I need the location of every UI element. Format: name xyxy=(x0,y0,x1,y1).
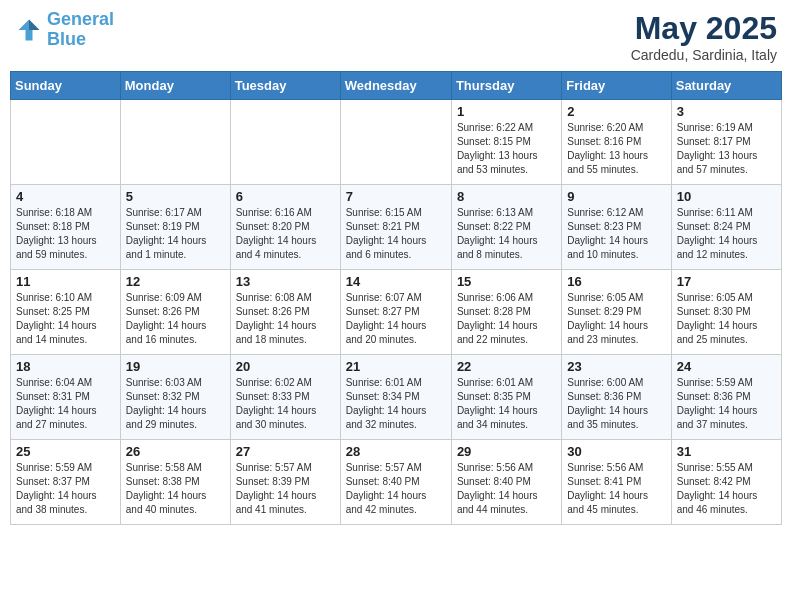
day-number: 26 xyxy=(126,444,225,459)
calendar-cell: 24Sunrise: 5:59 AM Sunset: 8:36 PM Dayli… xyxy=(671,355,781,440)
calendar: SundayMondayTuesdayWednesdayThursdayFrid… xyxy=(10,71,782,525)
day-info: Sunrise: 6:10 AM Sunset: 8:25 PM Dayligh… xyxy=(16,291,115,347)
day-number: 30 xyxy=(567,444,665,459)
day-info: Sunrise: 6:22 AM Sunset: 8:15 PM Dayligh… xyxy=(457,121,556,177)
calendar-cell xyxy=(340,100,451,185)
day-header-thursday: Thursday xyxy=(451,72,561,100)
day-number: 27 xyxy=(236,444,335,459)
day-number: 20 xyxy=(236,359,335,374)
day-info: Sunrise: 6:13 AM Sunset: 8:22 PM Dayligh… xyxy=(457,206,556,262)
day-number: 23 xyxy=(567,359,665,374)
logo: General Blue xyxy=(15,10,114,50)
day-header-friday: Friday xyxy=(562,72,671,100)
day-number: 18 xyxy=(16,359,115,374)
day-info: Sunrise: 5:56 AM Sunset: 8:41 PM Dayligh… xyxy=(567,461,665,517)
calendar-cell: 16Sunrise: 6:05 AM Sunset: 8:29 PM Dayli… xyxy=(562,270,671,355)
day-info: Sunrise: 6:15 AM Sunset: 8:21 PM Dayligh… xyxy=(346,206,446,262)
day-number: 3 xyxy=(677,104,776,119)
title-block: May 2025 Cardedu, Sardinia, Italy xyxy=(631,10,777,63)
day-info: Sunrise: 6:09 AM Sunset: 8:26 PM Dayligh… xyxy=(126,291,225,347)
day-number: 5 xyxy=(126,189,225,204)
calendar-cell: 7Sunrise: 6:15 AM Sunset: 8:21 PM Daylig… xyxy=(340,185,451,270)
calendar-cell: 26Sunrise: 5:58 AM Sunset: 8:38 PM Dayli… xyxy=(120,440,230,525)
calendar-cell: 13Sunrise: 6:08 AM Sunset: 8:26 PM Dayli… xyxy=(230,270,340,355)
day-number: 16 xyxy=(567,274,665,289)
calendar-cell: 27Sunrise: 5:57 AM Sunset: 8:39 PM Dayli… xyxy=(230,440,340,525)
calendar-cell: 20Sunrise: 6:02 AM Sunset: 8:33 PM Dayli… xyxy=(230,355,340,440)
day-header-tuesday: Tuesday xyxy=(230,72,340,100)
calendar-cell: 4Sunrise: 6:18 AM Sunset: 8:18 PM Daylig… xyxy=(11,185,121,270)
day-number: 1 xyxy=(457,104,556,119)
calendar-cell xyxy=(230,100,340,185)
day-info: Sunrise: 6:20 AM Sunset: 8:16 PM Dayligh… xyxy=(567,121,665,177)
calendar-cell: 2Sunrise: 6:20 AM Sunset: 8:16 PM Daylig… xyxy=(562,100,671,185)
day-number: 25 xyxy=(16,444,115,459)
day-info: Sunrise: 6:12 AM Sunset: 8:23 PM Dayligh… xyxy=(567,206,665,262)
day-info: Sunrise: 6:07 AM Sunset: 8:27 PM Dayligh… xyxy=(346,291,446,347)
day-info: Sunrise: 6:19 AM Sunset: 8:17 PM Dayligh… xyxy=(677,121,776,177)
week-row-3: 11Sunrise: 6:10 AM Sunset: 8:25 PM Dayli… xyxy=(11,270,782,355)
logo-text: General Blue xyxy=(47,10,114,50)
calendar-cell: 30Sunrise: 5:56 AM Sunset: 8:41 PM Dayli… xyxy=(562,440,671,525)
day-info: Sunrise: 6:18 AM Sunset: 8:18 PM Dayligh… xyxy=(16,206,115,262)
month-title: May 2025 xyxy=(631,10,777,47)
day-info: Sunrise: 6:06 AM Sunset: 8:28 PM Dayligh… xyxy=(457,291,556,347)
day-number: 11 xyxy=(16,274,115,289)
calendar-cell: 14Sunrise: 6:07 AM Sunset: 8:27 PM Dayli… xyxy=(340,270,451,355)
day-info: Sunrise: 6:17 AM Sunset: 8:19 PM Dayligh… xyxy=(126,206,225,262)
week-row-1: 1Sunrise: 6:22 AM Sunset: 8:15 PM Daylig… xyxy=(11,100,782,185)
day-number: 6 xyxy=(236,189,335,204)
calendar-cell: 3Sunrise: 6:19 AM Sunset: 8:17 PM Daylig… xyxy=(671,100,781,185)
day-header-wednesday: Wednesday xyxy=(340,72,451,100)
calendar-cell: 25Sunrise: 5:59 AM Sunset: 8:37 PM Dayli… xyxy=(11,440,121,525)
day-info: Sunrise: 5:55 AM Sunset: 8:42 PM Dayligh… xyxy=(677,461,776,517)
calendar-cell: 5Sunrise: 6:17 AM Sunset: 8:19 PM Daylig… xyxy=(120,185,230,270)
calendar-cell: 29Sunrise: 5:56 AM Sunset: 8:40 PM Dayli… xyxy=(451,440,561,525)
day-number: 24 xyxy=(677,359,776,374)
day-info: Sunrise: 5:58 AM Sunset: 8:38 PM Dayligh… xyxy=(126,461,225,517)
week-row-2: 4Sunrise: 6:18 AM Sunset: 8:18 PM Daylig… xyxy=(11,185,782,270)
calendar-cell: 18Sunrise: 6:04 AM Sunset: 8:31 PM Dayli… xyxy=(11,355,121,440)
day-info: Sunrise: 5:57 AM Sunset: 8:39 PM Dayligh… xyxy=(236,461,335,517)
day-info: Sunrise: 5:59 AM Sunset: 8:37 PM Dayligh… xyxy=(16,461,115,517)
day-number: 8 xyxy=(457,189,556,204)
calendar-cell: 22Sunrise: 6:01 AM Sunset: 8:35 PM Dayli… xyxy=(451,355,561,440)
day-number: 19 xyxy=(126,359,225,374)
week-row-4: 18Sunrise: 6:04 AM Sunset: 8:31 PM Dayli… xyxy=(11,355,782,440)
calendar-cell: 10Sunrise: 6:11 AM Sunset: 8:24 PM Dayli… xyxy=(671,185,781,270)
calendar-cell: 15Sunrise: 6:06 AM Sunset: 8:28 PM Dayli… xyxy=(451,270,561,355)
day-info: Sunrise: 6:05 AM Sunset: 8:30 PM Dayligh… xyxy=(677,291,776,347)
day-number: 15 xyxy=(457,274,556,289)
day-number: 21 xyxy=(346,359,446,374)
day-info: Sunrise: 6:00 AM Sunset: 8:36 PM Dayligh… xyxy=(567,376,665,432)
logo-icon xyxy=(15,16,43,44)
day-number: 31 xyxy=(677,444,776,459)
day-info: Sunrise: 6:02 AM Sunset: 8:33 PM Dayligh… xyxy=(236,376,335,432)
calendar-cell: 12Sunrise: 6:09 AM Sunset: 8:26 PM Dayli… xyxy=(120,270,230,355)
calendar-cell: 8Sunrise: 6:13 AM Sunset: 8:22 PM Daylig… xyxy=(451,185,561,270)
day-number: 17 xyxy=(677,274,776,289)
day-info: Sunrise: 6:16 AM Sunset: 8:20 PM Dayligh… xyxy=(236,206,335,262)
calendar-cell: 23Sunrise: 6:00 AM Sunset: 8:36 PM Dayli… xyxy=(562,355,671,440)
week-row-5: 25Sunrise: 5:59 AM Sunset: 8:37 PM Dayli… xyxy=(11,440,782,525)
day-info: Sunrise: 6:08 AM Sunset: 8:26 PM Dayligh… xyxy=(236,291,335,347)
day-header-saturday: Saturday xyxy=(671,72,781,100)
calendar-cell: 6Sunrise: 6:16 AM Sunset: 8:20 PM Daylig… xyxy=(230,185,340,270)
calendar-cell: 1Sunrise: 6:22 AM Sunset: 8:15 PM Daylig… xyxy=(451,100,561,185)
day-info: Sunrise: 6:04 AM Sunset: 8:31 PM Dayligh… xyxy=(16,376,115,432)
calendar-cell xyxy=(120,100,230,185)
day-number: 10 xyxy=(677,189,776,204)
calendar-cell: 9Sunrise: 6:12 AM Sunset: 8:23 PM Daylig… xyxy=(562,185,671,270)
day-number: 22 xyxy=(457,359,556,374)
calendar-cell: 28Sunrise: 5:57 AM Sunset: 8:40 PM Dayli… xyxy=(340,440,451,525)
day-number: 4 xyxy=(16,189,115,204)
day-header-sunday: Sunday xyxy=(11,72,121,100)
day-info: Sunrise: 6:01 AM Sunset: 8:34 PM Dayligh… xyxy=(346,376,446,432)
calendar-cell: 31Sunrise: 5:55 AM Sunset: 8:42 PM Dayli… xyxy=(671,440,781,525)
page-header: General Blue May 2025 Cardedu, Sardinia,… xyxy=(10,10,782,63)
calendar-cell: 19Sunrise: 6:03 AM Sunset: 8:32 PM Dayli… xyxy=(120,355,230,440)
day-number: 29 xyxy=(457,444,556,459)
day-info: Sunrise: 5:59 AM Sunset: 8:36 PM Dayligh… xyxy=(677,376,776,432)
day-number: 7 xyxy=(346,189,446,204)
day-header-monday: Monday xyxy=(120,72,230,100)
